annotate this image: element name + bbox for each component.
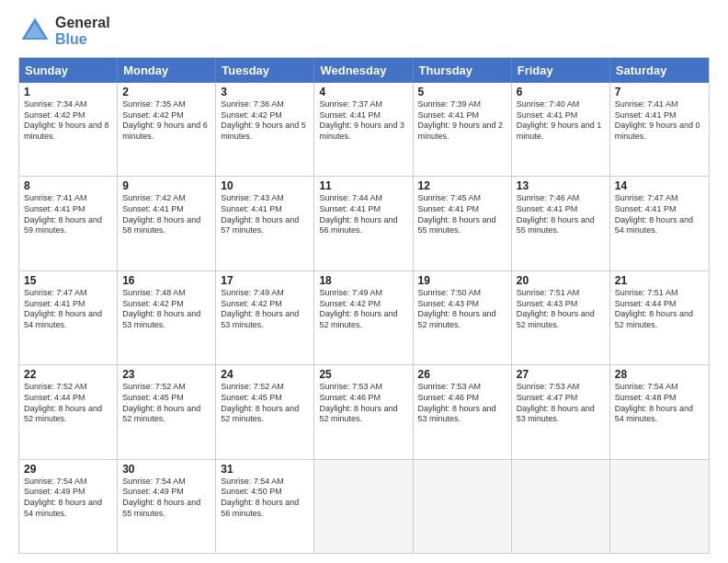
day-number: 12 <box>418 179 506 192</box>
header: General Blue <box>18 15 710 48</box>
sunrise-text: Sunrise: 7:41 AM <box>615 99 704 110</box>
day-number: 10 <box>221 179 309 192</box>
page: General Blue SundayMondayTuesdayWednesda… <box>0 0 728 563</box>
day-number: 16 <box>122 274 210 287</box>
daylight-text: Daylight: 8 hours and 55 minutes. <box>122 498 210 519</box>
calendar-row-3: 15Sunrise: 7:47 AMSunset: 4:41 PMDayligh… <box>19 270 709 364</box>
calendar-cell: 11Sunrise: 7:44 AMSunset: 4:41 PMDayligh… <box>314 177 413 270</box>
calendar-cell: 18Sunrise: 7:49 AMSunset: 4:42 PMDayligh… <box>314 271 413 364</box>
sunrise-text: Sunrise: 7:37 AM <box>319 99 407 110</box>
header-day-tuesday: Tuesday <box>216 58 314 83</box>
calendar-cell: 22Sunrise: 7:52 AMSunset: 4:44 PMDayligh… <box>19 365 118 458</box>
sunset-text: Sunset: 4:41 PM <box>221 204 309 215</box>
sunset-text: Sunset: 4:42 PM <box>122 299 210 310</box>
sunset-text: Sunset: 4:41 PM <box>517 204 605 215</box>
day-number: 28 <box>615 368 704 381</box>
sunrise-text: Sunrise: 7:35 AM <box>122 99 210 110</box>
sunset-text: Sunset: 4:46 PM <box>418 393 506 404</box>
day-number: 21 <box>615 274 704 287</box>
day-number: 13 <box>517 179 605 192</box>
day-number: 24 <box>221 368 309 381</box>
calendar-cell: 31Sunrise: 7:54 AMSunset: 4:50 PMDayligh… <box>216 460 314 553</box>
calendar-cell: 6Sunrise: 7:40 AMSunset: 4:41 PMDaylight… <box>512 83 610 176</box>
day-number: 18 <box>319 274 407 287</box>
daylight-text: Daylight: 8 hours and 52 minutes. <box>517 309 605 330</box>
sunrise-text: Sunrise: 7:48 AM <box>122 288 210 299</box>
daylight-text: Daylight: 9 hours and 3 minutes. <box>319 121 407 142</box>
daylight-text: Daylight: 8 hours and 59 minutes. <box>24 215 112 236</box>
sunset-text: Sunset: 4:41 PM <box>24 204 112 215</box>
day-number: 29 <box>24 463 112 476</box>
sunset-text: Sunset: 4:41 PM <box>122 204 210 215</box>
day-number: 7 <box>615 86 704 98</box>
calendar-cell: 8Sunrise: 7:41 AMSunset: 4:41 PMDaylight… <box>19 177 118 270</box>
daylight-text: Daylight: 8 hours and 54 minutes. <box>24 498 112 519</box>
daylight-text: Daylight: 8 hours and 53 minutes. <box>221 309 309 330</box>
sunrise-text: Sunrise: 7:52 AM <box>122 382 210 393</box>
sunrise-text: Sunrise: 7:53 AM <box>418 382 506 393</box>
calendar-cell: 1Sunrise: 7:34 AMSunset: 4:42 PMDaylight… <box>19 83 118 176</box>
calendar-row-5: 29Sunrise: 7:54 AMSunset: 4:49 PMDayligh… <box>19 459 709 553</box>
daylight-text: Daylight: 8 hours and 52 minutes. <box>24 404 112 425</box>
calendar-cell: 17Sunrise: 7:49 AMSunset: 4:42 PMDayligh… <box>216 271 314 364</box>
sunrise-text: Sunrise: 7:46 AM <box>517 193 605 204</box>
sunrise-text: Sunrise: 7:52 AM <box>221 382 309 393</box>
daylight-text: Daylight: 8 hours and 52 minutes. <box>418 309 506 330</box>
daylight-text: Daylight: 8 hours and 57 minutes. <box>221 215 309 236</box>
day-number: 27 <box>517 368 605 381</box>
day-number: 11 <box>319 179 407 192</box>
sunrise-text: Sunrise: 7:41 AM <box>24 193 112 204</box>
sunset-text: Sunset: 4:48 PM <box>615 393 704 404</box>
day-number: 22 <box>24 368 112 381</box>
sunset-text: Sunset: 4:41 PM <box>319 204 407 215</box>
calendar-cell: 14Sunrise: 7:47 AMSunset: 4:41 PMDayligh… <box>610 177 709 270</box>
sunrise-text: Sunrise: 7:51 AM <box>615 288 704 299</box>
sunset-text: Sunset: 4:43 PM <box>517 299 605 310</box>
calendar-body: 1Sunrise: 7:34 AMSunset: 4:42 PMDaylight… <box>19 83 709 553</box>
daylight-text: Daylight: 8 hours and 54 minutes. <box>615 215 704 236</box>
calendar-cell: 2Sunrise: 7:35 AMSunset: 4:42 PMDaylight… <box>118 83 216 176</box>
sunset-text: Sunset: 4:41 PM <box>418 204 506 215</box>
calendar-cell: 7Sunrise: 7:41 AMSunset: 4:41 PMDaylight… <box>610 83 709 176</box>
calendar-cell: 15Sunrise: 7:47 AMSunset: 4:41 PMDayligh… <box>19 271 118 364</box>
sunset-text: Sunset: 4:42 PM <box>24 110 112 121</box>
sunset-text: Sunset: 4:41 PM <box>517 110 605 121</box>
day-number: 26 <box>418 368 506 381</box>
calendar-cell: 12Sunrise: 7:45 AMSunset: 4:41 PMDayligh… <box>414 177 512 270</box>
daylight-text: Daylight: 9 hours and 8 minutes. <box>24 121 112 142</box>
calendar-cell <box>314 460 413 553</box>
daylight-text: Daylight: 8 hours and 52 minutes. <box>319 309 407 330</box>
sunset-text: Sunset: 4:42 PM <box>221 110 309 121</box>
daylight-text: Daylight: 8 hours and 58 minutes. <box>122 215 210 236</box>
sunset-text: Sunset: 4:44 PM <box>24 393 112 404</box>
day-number: 6 <box>517 86 605 98</box>
sunrise-text: Sunrise: 7:40 AM <box>517 99 605 110</box>
logo-line1: General <box>55 15 110 31</box>
sunrise-text: Sunrise: 7:49 AM <box>221 288 309 299</box>
day-number: 5 <box>418 86 506 98</box>
day-number: 8 <box>24 179 112 192</box>
sunset-text: Sunset: 4:41 PM <box>615 204 704 215</box>
sunset-text: Sunset: 4:45 PM <box>221 393 309 404</box>
daylight-text: Daylight: 9 hours and 6 minutes. <box>122 121 210 142</box>
day-number: 25 <box>319 368 407 381</box>
header-day-monday: Monday <box>118 58 216 83</box>
calendar-row-4: 22Sunrise: 7:52 AMSunset: 4:44 PMDayligh… <box>19 364 709 458</box>
daylight-text: Daylight: 8 hours and 55 minutes. <box>517 215 605 236</box>
header-day-sunday: Sunday <box>19 58 118 83</box>
logo-icon <box>18 15 51 48</box>
sunrise-text: Sunrise: 7:47 AM <box>615 193 704 204</box>
sunset-text: Sunset: 4:41 PM <box>418 110 506 121</box>
sunrise-text: Sunrise: 7:50 AM <box>418 288 506 299</box>
day-number: 4 <box>319 86 407 98</box>
header-day-thursday: Thursday <box>414 58 512 83</box>
sunrise-text: Sunrise: 7:47 AM <box>24 288 112 299</box>
calendar-cell: 27Sunrise: 7:53 AMSunset: 4:47 PMDayligh… <box>512 365 610 458</box>
sunset-text: Sunset: 4:49 PM <box>24 487 112 498</box>
header-day-friday: Friday <box>512 58 610 83</box>
calendar-cell <box>414 460 512 553</box>
calendar-cell <box>610 460 709 553</box>
sunrise-text: Sunrise: 7:54 AM <box>122 477 210 488</box>
sunset-text: Sunset: 4:41 PM <box>24 299 112 310</box>
calendar-cell: 24Sunrise: 7:52 AMSunset: 4:45 PMDayligh… <box>216 365 314 458</box>
